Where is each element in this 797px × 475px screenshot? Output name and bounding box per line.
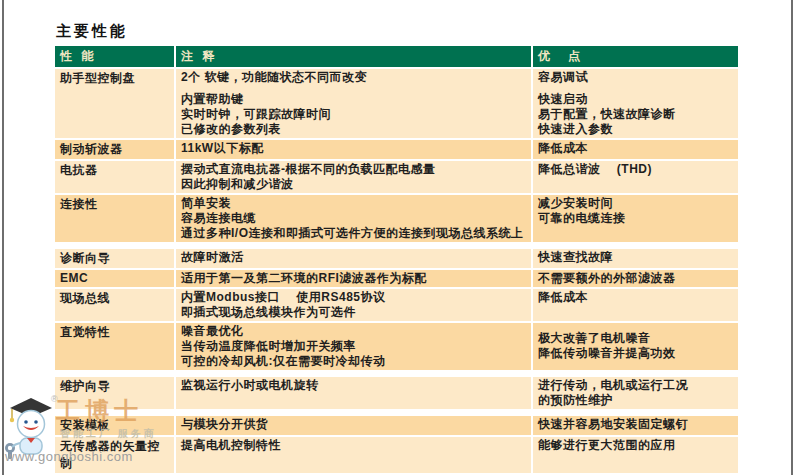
feature-cell: 电抗器 — [55, 161, 174, 193]
note-line: 适用于第一及第二环境的RFI滤波器作为标配 — [181, 271, 527, 286]
advantage-line: 降低总谐波 (THD) — [538, 162, 734, 177]
table-body: 助手型控制盘2个 软键，功能随状态不同而改变内置帮助键实时时钟，可跟踪故障时间已… — [55, 69, 738, 475]
note-line: 已修改的参数列表 — [181, 122, 527, 137]
note-line: 2个 软键，功能随状态不同而改变 — [181, 70, 527, 85]
page-border-left — [2, 0, 4, 475]
advantages-cell: 容易调试快速启动易于配置，快速故障诊断快速进入参数 — [533, 69, 738, 138]
note-line: 噪音最优化 — [181, 324, 527, 339]
note-line: 简单安装 — [181, 196, 527, 211]
notes-cell: 噪音最优化当传动温度降低时增加开关频率可控的冷却风机:仅在需要时冷却传动 — [176, 323, 531, 370]
notes-cell: 2个 软键，功能随状态不同而改变内置帮助键实时时钟，可跟踪故障时间已修改的参数列… — [176, 69, 531, 138]
feature-cell: 助手型控制盘 — [55, 69, 174, 138]
note-line: 当传动温度降低时增加开关频率 — [181, 339, 527, 354]
note-line: 因此抑制和减少谐波 — [181, 177, 527, 192]
feature-cell: 制动斩波器 — [55, 140, 174, 159]
note-line: 即插式现场总线模块作为可选件 — [181, 305, 527, 320]
advantage-line: 快速进入参数 — [538, 122, 734, 137]
feature-cell: 维护向导 — [55, 377, 174, 409]
advantage-line: 降低成本 — [538, 290, 734, 305]
advantage-line: 极大改善了电机噪音 — [538, 331, 734, 346]
advantage-line: 快速启动 — [538, 92, 734, 107]
advantage-line: 容易调试 — [538, 70, 734, 85]
feature-cell: EMC — [55, 270, 174, 287]
table-header-row: 性 能 注 释 优 点 — [55, 46, 738, 67]
notes-cell: 与模块分开供货 — [176, 416, 531, 435]
advantage-line: 能够进行更大范围的应用 — [538, 438, 734, 453]
table-row: EMC适用于第一及第二环境的RFI滤波器作为标配不需要额外的外部滤波器 — [55, 270, 738, 287]
table-row: 诊断向导故障时激活快速查找故障 — [55, 249, 738, 268]
feature-cell: 连接性 — [55, 195, 174, 242]
note-line: 通过多种I/O连接和即插式可选件方便的连接到现场总线系统上 — [181, 226, 527, 241]
advantages-cell: 快速并容易地安装固定螺钉 — [533, 416, 738, 435]
note-line: 11kW以下标配 — [181, 141, 527, 156]
feature-cell: 直觉特性 — [55, 323, 174, 370]
table-row: 制动斩波器11kW以下标配降低成本 — [55, 140, 738, 159]
advantage-line: 可靠的电缆连接 — [538, 211, 734, 226]
page-title: 主要性能 — [56, 22, 128, 41]
table-row: 助手型控制盘2个 软键，功能随状态不同而改变内置帮助键实时时钟，可跟踪故障时间已… — [55, 69, 738, 138]
advantage-line: 进行传动，电机或运行工况 — [538, 378, 734, 393]
main-table: 性 能 注 释 优 点 助手型控制盘2个 软键，功能随状态不同而改变内置帮助键实… — [55, 46, 738, 475]
table-row: 安装模板与模块分开供货快速并容易地安装固定螺钉 — [55, 416, 738, 435]
advantage-line: 易于配置，快速故障诊断 — [538, 107, 734, 122]
note-line: 内置帮助键 — [181, 92, 527, 107]
advantages-cell: 减少安装时间可靠的电缆连接 — [533, 195, 738, 242]
note-line: 与模块分开供货 — [181, 417, 527, 432]
table-row: 连接性简单安装容易连接电缆通过多种I/O连接和即插式可选件方便的连接到现场总线系… — [55, 195, 738, 242]
note-line: 内置Modbus接口 使用RS485协议 — [181, 290, 527, 305]
page-border-right — [791, 0, 793, 475]
note-line: 容易连接电缆 — [181, 211, 527, 226]
column-header-notes: 注 释 — [176, 46, 531, 67]
advantage-line: 的预防性维护 — [538, 393, 734, 408]
table-row: 现场总线内置Modbus接口 使用RS485协议即插式现场总线模块作为可选件降低… — [55, 289, 738, 321]
table-row: 无传感器的矢量控制提高电机控制特性能够进行更大范围的应用 — [55, 437, 738, 473]
notes-cell: 提高电机控制特性 — [176, 437, 531, 473]
notes-cell: 简单安装容易连接电缆通过多种I/O连接和即插式可选件方便的连接到现场总线系统上 — [176, 195, 531, 242]
column-header-feature: 性 能 — [55, 46, 174, 67]
notes-cell: 适用于第一及第二环境的RFI滤波器作为标配 — [176, 270, 531, 287]
notes-cell: 内置Modbus接口 使用RS485协议即插式现场总线模块作为可选件 — [176, 289, 531, 321]
advantage-line: 减少安装时间 — [538, 196, 734, 211]
feature-cell: 无传感器的矢量控制 — [55, 437, 174, 473]
advantages-cell: 降低成本 — [533, 140, 738, 159]
advantages-cell: 能够进行更大范围的应用 — [533, 437, 738, 473]
advantage-line: 降低成本 — [538, 141, 734, 156]
advantage-line — [538, 324, 734, 331]
feature-cell: 安装模板 — [55, 416, 174, 435]
advantage-line: 快速查找故障 — [538, 250, 734, 265]
advantages-cell: 进行传动，电机或运行工况的预防性维护 — [533, 377, 738, 409]
advantages-cell: 降低总谐波 (THD) — [533, 161, 738, 193]
advantages-cell: 快速查找故障 — [533, 249, 738, 268]
note-line — [181, 85, 527, 92]
advantage-line — [538, 85, 734, 92]
advantages-cell: 不需要额外的外部滤波器 — [533, 270, 738, 287]
table-row: 电抗器摆动式直流电抗器-根据不同的负载匹配电感量因此抑制和减少谐波降低总谐波 (… — [55, 161, 738, 193]
note-line: 故障时激活 — [181, 250, 527, 265]
advantage-line: 快速并容易地安装固定螺钉 — [538, 417, 734, 432]
table-row: 直觉特性噪音最优化当传动温度降低时增加开关频率可控的冷却风机:仅在需要时冷却传动… — [55, 323, 738, 370]
advantages-cell: 降低成本 — [533, 289, 738, 321]
column-header-advantages: 优 点 — [533, 46, 738, 67]
table-row: 维护向导监视运行小时或电机旋转进行传动，电机或运行工况的预防性维护 — [55, 377, 738, 409]
note-line: 监视运行小时或电机旋转 — [181, 378, 527, 393]
note-line: 提高电机控制特性 — [181, 438, 527, 453]
note-line: 可控的冷却风机:仅在需要时冷却传动 — [181, 354, 527, 369]
notes-cell: 11kW以下标配 — [176, 140, 531, 159]
notes-cell: 故障时激活 — [176, 249, 531, 268]
note-line: 实时时钟，可跟踪故障时间 — [181, 107, 527, 122]
notes-cell: 摆动式直流电抗器-根据不同的负载匹配电感量因此抑制和减少谐波 — [176, 161, 531, 193]
notes-cell: 监视运行小时或电机旋转 — [176, 377, 531, 409]
note-line: 摆动式直流电抗器-根据不同的负载匹配电感量 — [181, 162, 527, 177]
mascot-logo-icon: ® — [1, 391, 61, 461]
advantages-cell: 极大改善了电机噪音降低传动噪音并提高功效 — [533, 323, 738, 370]
advantage-line: 降低传动噪音并提高功效 — [538, 346, 734, 361]
advantage-line: 不需要额外的外部滤波器 — [538, 271, 734, 286]
feature-cell: 现场总线 — [55, 289, 174, 321]
feature-cell: 诊断向导 — [55, 249, 174, 268]
